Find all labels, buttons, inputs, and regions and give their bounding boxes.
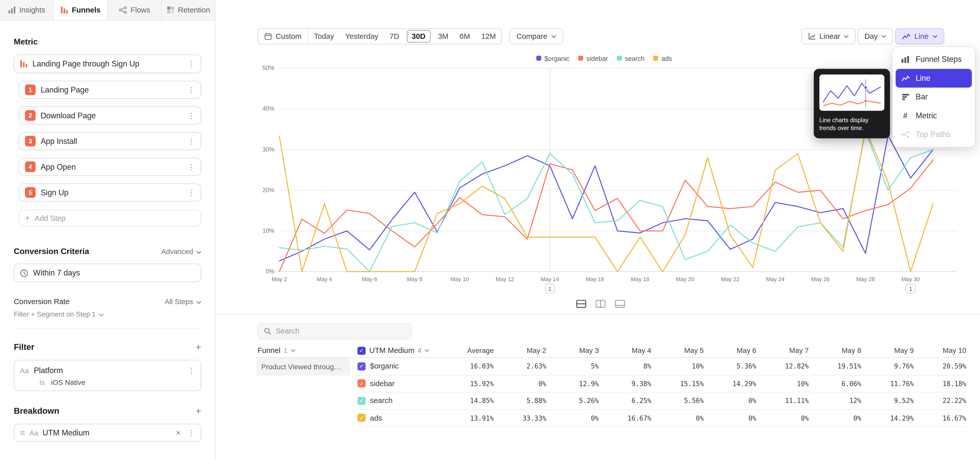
bar-chart-icon	[900, 93, 910, 101]
select-all-checkbox[interactable]: ✓	[358, 347, 366, 355]
column-header-may-6[interactable]: May 6	[704, 343, 756, 358]
range-7d[interactable]: 7D	[384, 29, 405, 44]
metric-icon: #	[900, 112, 910, 120]
breakdown-column-header[interactable]: ✓UTM Medium4	[356, 343, 441, 358]
linear-scale-button[interactable]: Linear	[801, 28, 856, 45]
filter-value[interactable]: iOS Native	[51, 379, 86, 386]
conversion-rate-label: Conversion Rate	[14, 297, 70, 306]
column-header-may-8[interactable]: May 8	[809, 343, 861, 358]
funnel-step-sign-up[interactable]: 5Sign Up⋮	[19, 184, 201, 202]
table-row-search[interactable]: ✓search	[356, 393, 441, 410]
menu-item-label: Metric	[916, 112, 937, 120]
funnel-step-app-install[interactable]: 3App Install⋮	[19, 132, 201, 150]
series-checkbox[interactable]: ✓	[358, 362, 366, 370]
column-header-average[interactable]: Average	[441, 343, 494, 358]
column-header-may-3[interactable]: May 3	[546, 343, 599, 358]
range-yesterday[interactable]: Yesterday	[340, 29, 384, 44]
kebab-menu-icon[interactable]: ⋮	[188, 428, 195, 437]
menu-item-metric[interactable]: #Metric	[896, 106, 972, 125]
breakdown-card-utm-medium[interactable]: Aa UTM Medium × ⋮	[14, 424, 201, 442]
breakdown-table: Funnel1✓UTM Medium4AverageMay 2May 3May …	[256, 343, 966, 427]
series-line-ads[interactable]	[280, 129, 933, 272]
legend-item-search[interactable]: search	[617, 54, 644, 62]
range-12m[interactable]: 12M	[476, 29, 501, 44]
table-cell: 22.22%	[914, 393, 966, 410]
range-today[interactable]: Today	[308, 29, 340, 44]
search-input[interactable]	[275, 327, 406, 335]
annotation-marker[interactable]: 1	[545, 284, 555, 293]
add-step-button[interactable]: + Add Step	[19, 209, 201, 227]
series-checkbox[interactable]: ✓	[358, 414, 366, 422]
table-cell: 12.9%	[546, 375, 599, 392]
menu-item-label: Top Paths	[916, 130, 950, 139]
funnel-column-header[interactable]: Funnel1	[256, 343, 356, 358]
tab-insights[interactable]: Insights	[0, 0, 54, 20]
column-header-may-9[interactable]: May 9	[861, 343, 914, 358]
close-icon[interactable]: ×	[176, 428, 181, 438]
drag-handle-icon[interactable]	[20, 430, 25, 436]
x-axis-label: May 8	[407, 276, 422, 283]
filter-operator[interactable]: Is	[39, 379, 45, 386]
chevron-down-icon	[425, 349, 430, 352]
table-cell: 9.52%	[861, 393, 914, 410]
column-header-may-4[interactable]: May 4	[599, 343, 651, 358]
kebab-menu-icon[interactable]: ⋮	[188, 59, 195, 68]
kebab-menu-icon[interactable]: ⋮	[188, 163, 195, 171]
tab-flows[interactable]: Flows	[108, 0, 162, 20]
range-30d[interactable]: 30D	[407, 30, 430, 43]
advanced-dropdown[interactable]: Advanced	[161, 248, 201, 255]
range-6m[interactable]: 6M	[454, 29, 476, 44]
property-type-icon: Aa	[29, 429, 38, 436]
layout-split-button[interactable]	[574, 298, 589, 309]
series-checkbox[interactable]: ✓	[358, 380, 366, 388]
filter-card-platform[interactable]: Aa Platform ⋮ Is iOS Native	[14, 360, 201, 391]
x-axis-label: May 20	[676, 276, 694, 283]
table-row-organic[interactable]: ✓$organic	[356, 358, 441, 375]
table-row-sidebar[interactable]: ✓sidebar	[356, 375, 441, 392]
line-chart-icon	[900, 75, 910, 82]
tab-funnels[interactable]: Funnels	[54, 0, 108, 20]
search-icon	[264, 327, 271, 335]
chevron-down-icon	[844, 35, 849, 38]
x-axis-label: May 2	[272, 276, 287, 283]
series-checkbox[interactable]: ✓	[358, 397, 366, 405]
kebab-menu-icon[interactable]: ⋮	[188, 366, 195, 375]
layout-columns-button[interactable]	[593, 298, 608, 309]
column-header-may-10[interactable]: May 10	[914, 343, 966, 358]
series-line-search[interactable]	[280, 131, 933, 272]
granularity-button[interactable]: Day	[858, 28, 893, 45]
series-line-organic[interactable]	[280, 136, 933, 261]
funnel-step-landing-page[interactable]: 1Landing Page⋮	[19, 81, 201, 99]
funnel-step-app-open[interactable]: 4App Open⋮	[19, 158, 201, 176]
menu-item-bar[interactable]: Bar	[896, 88, 972, 106]
legend-item-sidebar[interactable]: sidebar	[578, 54, 608, 62]
add-filter-button[interactable]: +	[196, 342, 201, 352]
table-row-ads[interactable]: ✓ads	[356, 410, 441, 427]
menu-item-funnel-steps[interactable]: Funnel Steps	[896, 50, 972, 69]
filter-segment-dropdown[interactable]: Filter + Segment on Step 1	[14, 310, 201, 318]
custom-date-button[interactable]: Custom	[258, 29, 308, 44]
tab-retention[interactable]: Retention	[162, 0, 215, 20]
funnel-card[interactable]: Landing Page through Sign Up ⋮	[14, 54, 201, 73]
legend-item-organic[interactable]: $organic	[536, 54, 570, 62]
kebab-menu-icon[interactable]: ⋮	[188, 137, 195, 145]
add-breakdown-button[interactable]: +	[196, 406, 201, 415]
menu-item-line[interactable]: Line	[896, 69, 972, 88]
compare-button[interactable]: Compare	[510, 28, 563, 45]
all-steps-dropdown[interactable]: All Steps	[165, 298, 201, 305]
kebab-menu-icon[interactable]: ⋮	[188, 85, 195, 94]
x-axis-label: May 6	[362, 276, 377, 283]
conversion-window-button[interactable]: Within 7 days	[14, 264, 201, 282]
column-header-may-5[interactable]: May 5	[651, 343, 704, 358]
column-header-may-7[interactable]: May 7	[756, 343, 809, 358]
range-3m[interactable]: 3M	[432, 29, 454, 44]
layout-bottom-button[interactable]	[612, 298, 628, 309]
funnel-step-download-page[interactable]: 2Download Page⋮	[19, 106, 201, 125]
annotation-marker[interactable]: 1	[906, 284, 915, 293]
chart-type-button[interactable]: Line	[895, 28, 944, 45]
kebab-menu-icon[interactable]: ⋮	[188, 111, 195, 120]
column-header-may-2[interactable]: May 2	[494, 343, 546, 358]
legend-label: sidebar	[587, 54, 608, 62]
legend-item-ads[interactable]: ads	[653, 54, 672, 62]
kebab-menu-icon[interactable]: ⋮	[188, 188, 195, 197]
